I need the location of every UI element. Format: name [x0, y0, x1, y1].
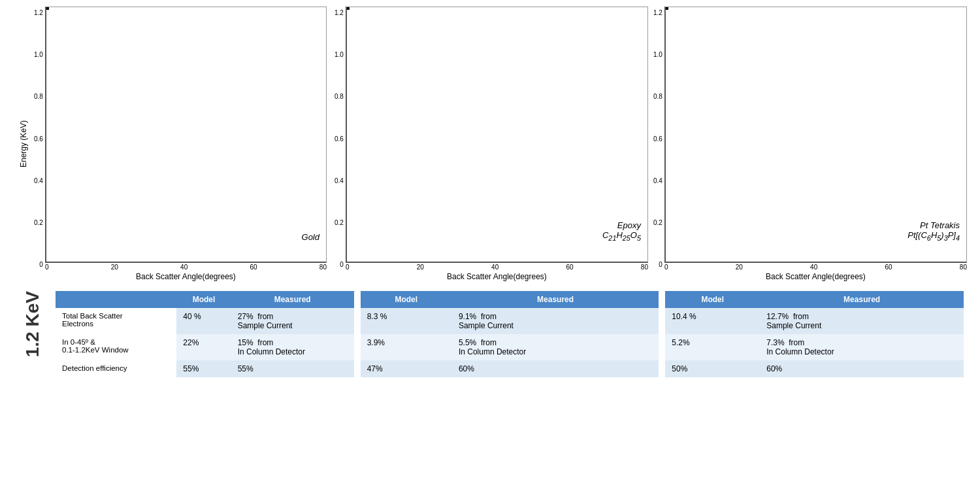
y-axis-label: Energy (KeV) [13, 7, 34, 281]
y-ticks-gold: 0 0.2 0.4 0.6 0.8 1.0 1.2 [34, 7, 45, 281]
td-gold-row1-label: Total Back ScatterElectrons [56, 308, 176, 334]
chart-gold-plot: Gold [45, 7, 327, 263]
table-epoxy-section: Model Measured 8.3 % 9.1% fromSample Cur… [361, 291, 659, 377]
th-epoxy-measured: Measured [452, 291, 659, 308]
chart-pt-plot: Pt Tetrakis Pt[(C6H5)3P]4 [664, 7, 967, 263]
td-gold-row3-measured: 55% [231, 360, 354, 377]
td-epoxy-row3-model: 47% [361, 360, 452, 377]
y-ticks-epoxy: 0 0.2 0.4 0.6 0.8 1.0 1.2 [335, 7, 346, 281]
th-pt-model: Model [665, 291, 760, 308]
chart-pt-inner: 0 0.2 0.4 0.6 0.8 1.0 1.2 Pt Tetrakis Pt… [653, 7, 967, 281]
td-pt-row1-measured: 12.7% fromSample Current [760, 308, 964, 334]
main-container: Energy (KeV) 0 0.2 0.4 0.6 0.8 1.0 1.2 [0, 0, 980, 497]
td-gold-row1-measured: 27% fromSample Current [231, 308, 354, 334]
x-ticks-gold: 0 20 40 60 80 [45, 263, 327, 271]
kev-label: 1.2 KeV [13, 291, 52, 357]
td-epoxy-row2-model: 3.9% [361, 334, 452, 360]
td-gold-row1-model: 40 % [176, 308, 231, 334]
chart-epoxy-inner: 0 0.2 0.4 0.6 0.8 1.0 1.2 Epoxy C21H25O5 [335, 7, 648, 281]
material-label-gold: Gold [302, 232, 319, 242]
td-gold-row2-model: 22% [176, 334, 231, 360]
table-epoxy: Model Measured 8.3 % 9.1% fromSample Cur… [361, 291, 659, 377]
td-gold-row2-label: In 0-45º &0.1-1.2KeV Window [56, 334, 176, 360]
scatter-canvas-gold [46, 7, 326, 262]
chart-epoxy-wrapper: 0 0.2 0.4 0.6 0.8 1.0 1.2 Epoxy C21H25O5 [332, 7, 651, 281]
td-gold-row3-label: Detection efficiency [56, 360, 176, 377]
material-label-pt: Pt Tetrakis Pt[(C6H5)3P]4 [907, 220, 960, 242]
y-ticks-pt: 0 0.2 0.4 0.6 0.8 1.0 1.2 [653, 7, 664, 281]
td-epoxy-row1-measured: 9.1% fromSample Current [452, 308, 659, 334]
y-axis-title: Energy (KeV) [19, 120, 28, 167]
table-gold: Model Measured Total Back ScatterElectro… [56, 291, 354, 377]
td-epoxy-row2-measured: 5.5% fromIn Column Detector [452, 334, 659, 360]
th-gold-model: Model [176, 291, 231, 308]
x-axis-label-epoxy: Back Scatter Angle(degrees) [346, 271, 648, 281]
table-pt-section: Model Measured 10.4 % 12.7% fromSample C… [665, 291, 964, 377]
th-pt-measured: Measured [760, 291, 964, 308]
chart-epoxy-plot: Epoxy C21H25O5 [346, 7, 648, 263]
x-ticks-pt: 0 20 40 60 80 [664, 263, 967, 271]
tables-row: 1.2 KeV Model Measured Total Back Scatte… [13, 281, 967, 490]
td-epoxy-row1-model: 8.3 % [361, 308, 452, 334]
charts-row: Energy (KeV) 0 0.2 0.4 0.6 0.8 1.0 1.2 [13, 7, 967, 281]
td-pt-row1-model: 10.4 % [665, 308, 760, 334]
chart-pt-plot-col: Pt Tetrakis Pt[(C6H5)3P]4 0 20 40 60 80 … [664, 7, 967, 281]
chart-gold-wrapper: Energy (KeV) 0 0.2 0.4 0.6 0.8 1.0 1.2 [13, 7, 332, 281]
chart-gold-plot-col: Gold 0 20 40 60 80 Back Scatter Angle(de… [45, 7, 327, 281]
td-pt-row3-measured: 60% [760, 360, 964, 377]
material-formula-epoxy: C21H25O5 [602, 230, 641, 240]
material-formula-pt: Pt[(C6H5)3P]4 [907, 230, 960, 240]
chart-epoxy-plot-col: Epoxy C21H25O5 0 20 40 60 80 Back Scatte… [346, 7, 648, 281]
td-pt-row2-measured: 7.3% fromIn Column Detector [760, 334, 964, 360]
table-gold-section: Model Measured Total Back ScatterElectro… [56, 291, 354, 377]
chart-pt-wrapper: 0 0.2 0.4 0.6 0.8 1.0 1.2 Pt Tetrakis Pt… [651, 7, 967, 281]
td-pt-row3-model: 50% [665, 360, 760, 377]
td-gold-row2-measured: 15% fromIn Column Detector [231, 334, 354, 360]
th-gold-empty [56, 291, 176, 308]
x-axis-label-pt: Back Scatter Angle(degrees) [664, 271, 967, 281]
x-ticks-epoxy: 0 20 40 60 80 [346, 263, 648, 271]
x-axis-label-gold: Back Scatter Angle(degrees) [45, 271, 327, 281]
chart-gold-inner: 0 0.2 0.4 0.6 0.8 1.0 1.2 Gold [34, 7, 327, 281]
td-gold-row3-model: 55% [176, 360, 231, 377]
td-pt-row2-model: 5.2% [665, 334, 760, 360]
material-label-epoxy: Epoxy C21H25O5 [602, 220, 641, 242]
th-epoxy-model: Model [361, 291, 452, 308]
th-gold-measured: Measured [231, 291, 354, 308]
td-epoxy-row3-measured: 60% [452, 360, 659, 377]
table-pt: Model Measured 10.4 % 12.7% fromSample C… [665, 291, 964, 377]
